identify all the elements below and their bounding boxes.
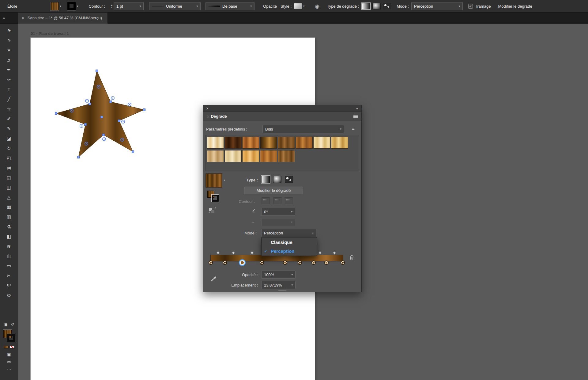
gradient-stop[interactable] (209, 260, 213, 265)
slice-tool[interactable]: ✂ (3, 271, 15, 280)
reverse-gradient-icon[interactable] (208, 207, 216, 214)
pen-tool[interactable]: ✒ (3, 65, 15, 74)
opacity-panel-link[interactable]: Opacité (263, 4, 277, 9)
star-polygon[interactable] (56, 71, 144, 157)
column-graph-tool[interactable]: ılı (3, 251, 15, 261)
dither-checkbox[interactable]: ✓ (468, 4, 473, 9)
toolbar-expand-icon[interactable]: » (0, 16, 18, 20)
stroke-color-control[interactable]: ▾ (67, 2, 78, 10)
type-tool[interactable]: T (3, 84, 15, 94)
preset-dropdown[interactable]: Bois ▾ (262, 125, 344, 133)
stop-location-dropdown[interactable]: 23.8719% ▾ (261, 281, 296, 289)
gradient-preset-swatch[interactable] (242, 137, 259, 149)
pencil-tool[interactable]: ✎ (3, 124, 15, 133)
gradient-preset-swatch[interactable] (207, 137, 224, 149)
chevron-down-icon[interactable]: ▾ (289, 210, 292, 213)
gradient-stop[interactable] (223, 260, 227, 265)
edit-gradient-button[interactable]: Modifier le dégradé (244, 187, 303, 194)
gradient-preset-swatch[interactable] (242, 150, 259, 162)
free-transform-tool[interactable]: ◱ (3, 173, 15, 182)
stroke-panel-link[interactable]: Contour : (89, 4, 105, 9)
gradient-preset-swatch[interactable] (224, 137, 242, 149)
graphic-style-control[interactable]: ▾ (294, 3, 305, 9)
panel-menu-icon[interactable] (353, 115, 358, 118)
star-tool[interactable]: ☆ (3, 104, 15, 114)
radial-gradient-icon[interactable] (273, 176, 281, 183)
direct-selection-tool[interactable]: ➢ (3, 35, 15, 45)
chevron-down-icon[interactable]: ▾ (310, 232, 314, 235)
width-tool[interactable]: ⋈ (3, 163, 15, 173)
panel-tab-label[interactable]: Dégradé (211, 114, 227, 119)
edit-toolbar-icon[interactable]: ⋯ (7, 367, 11, 371)
gradient-stop[interactable] (260, 260, 264, 265)
gradient-preset-swatch[interactable] (296, 137, 313, 149)
fill-stroke-indicator[interactable] (2, 330, 16, 343)
mode-menu-item[interactable]: Classique (262, 238, 317, 247)
recolor-artwork-icon[interactable]: ◉ (315, 3, 320, 10)
draw-mode-icon[interactable]: ▣ (4, 322, 8, 327)
chevron-down-icon[interactable]: ▾ (77, 5, 78, 8)
fill-color-swatch[interactable] (51, 2, 59, 10)
gradient-midpoint[interactable] (250, 251, 254, 254)
chevron-down-icon[interactable]: ▾ (289, 283, 293, 287)
chevron-down-icon[interactable]: ▾ (456, 5, 460, 8)
scale-tool[interactable]: ◰ (3, 153, 15, 163)
chevron-down-icon[interactable]: ▾ (60, 5, 62, 8)
close-icon[interactable]: × (206, 106, 209, 111)
gradient-preset-swatch[interactable] (278, 137, 295, 149)
magic-wand-tool[interactable]: ✶ (3, 45, 15, 55)
close-icon[interactable]: × (22, 15, 24, 21)
chevron-down-icon[interactable]: ▾ (289, 273, 293, 276)
collapse-icon[interactable]: « (356, 106, 358, 111)
freeform-gradient-icon[interactable] (383, 3, 391, 9)
stroke-color-swatch[interactable] (67, 2, 76, 10)
paintbrush-tool[interactable]: ✐ (3, 114, 15, 124)
graphic-style-swatch[interactable] (294, 3, 302, 9)
gradient-preset-swatch[interactable] (224, 150, 242, 162)
gradient-stop[interactable] (311, 260, 316, 265)
chevron-down-icon[interactable]: ▾ (194, 5, 198, 8)
gradient-midpoint[interactable] (333, 251, 336, 254)
eyedropper-tool[interactable]: ⚗ (3, 222, 15, 231)
panel-resize-grip[interactable] (278, 289, 286, 291)
stroke-indicator-swatch[interactable] (7, 334, 15, 342)
gradient-preset-swatch[interactable] (260, 137, 277, 149)
blend-tool[interactable]: ◧ (3, 231, 15, 241)
linear-gradient-icon[interactable] (262, 176, 270, 183)
chevron-down-icon[interactable]: ▾ (137, 5, 141, 8)
gradient-stop[interactable] (341, 260, 345, 265)
gradient-preset-swatch[interactable] (313, 137, 330, 149)
angle-dropdown[interactable]: 0° ▾ (261, 208, 295, 216)
stroke-across-icon[interactable] (285, 197, 293, 204)
fill-color-control[interactable]: ▾ (51, 2, 62, 10)
perspective-grid-tool[interactable]: △ (3, 192, 15, 202)
none-button[interactable] (10, 346, 15, 348)
gradient-midpoint[interactable] (232, 251, 235, 254)
stroke-width-field[interactable]: 1 pt ▾ (114, 2, 144, 10)
artboard-tool[interactable]: ▭ (3, 261, 15, 271)
gradient-preset-swatch[interactable] (260, 150, 277, 162)
trash-icon[interactable] (349, 255, 354, 260)
stop-opacity-dropdown[interactable]: 100% ▾ (261, 271, 296, 279)
line-segment-tool[interactable]: ╱ (3, 94, 15, 104)
selection-tool[interactable]: ➤ (3, 25, 15, 35)
stepper-down-icon[interactable]: ▾ (111, 6, 112, 8)
view-rotate-icon[interactable]: ↺ (11, 322, 14, 327)
gradient-preset-swatch[interactable] (331, 137, 348, 149)
color-button[interactable] (4, 346, 9, 348)
mode-dropdown[interactable]: Perception ▾ (411, 2, 463, 10)
window-mode-icon[interactable]: ▭ (7, 359, 11, 364)
curvature-tool[interactable]: ✑ (3, 74, 15, 84)
gradient-preset-swatch[interactable] (278, 150, 295, 162)
eyedropper-icon[interactable] (210, 275, 217, 281)
radial-gradient-icon[interactable] (372, 3, 381, 9)
stroke-width-stepper[interactable]: ▴ ▾ (111, 4, 112, 8)
gradient-midpoint[interactable] (217, 251, 220, 254)
screen-mode-icon[interactable]: ▣ (7, 352, 11, 357)
chevron-down-icon[interactable]: ▾ (303, 5, 305, 8)
eraser-tool[interactable]: ◪ (3, 133, 15, 143)
document-tab[interactable]: × Sans titre – 1* @ 56.47 % (CMJN/Aperçu… (18, 13, 108, 24)
gradient-tool[interactable]: ▥ (3, 212, 15, 222)
stroke-within-icon[interactable] (262, 197, 270, 204)
freeform-gradient-icon[interactable] (285, 176, 293, 183)
